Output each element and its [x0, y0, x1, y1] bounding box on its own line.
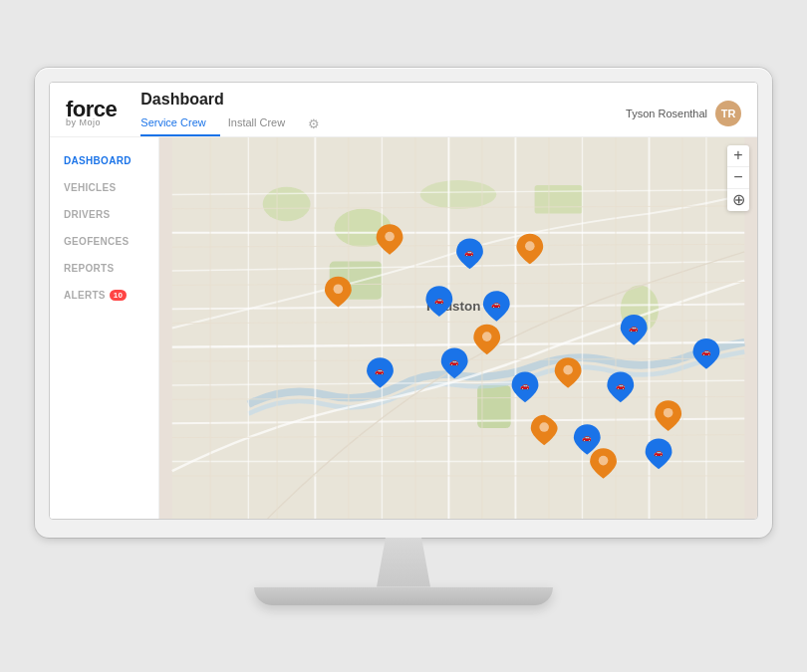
svg-text:🚗: 🚗 [491, 299, 501, 309]
sidebar-item-reports[interactable]: REPORTS [50, 255, 158, 282]
svg-rect-4 [535, 184, 583, 213]
monitor-neck [374, 538, 433, 587]
map-container: Houston [159, 137, 757, 519]
svg-point-44 [482, 332, 492, 341]
sidebar-item-alerts[interactable]: ALERTS 10 [50, 282, 158, 309]
svg-text:🚗: 🚗 [582, 432, 592, 442]
app-header: force by Mojo Dashboard Service Crew Ins… [50, 83, 757, 137]
settings-icon[interactable]: ⚙ [307, 117, 321, 131]
monitor: force by Mojo Dashboard Service Crew Ins… [35, 68, 772, 538]
map-svg: Houston [159, 137, 757, 519]
tabs: Service Crew Install Crew ⚙ [140, 112, 626, 136]
svg-text:🚗: 🚗 [434, 294, 444, 304]
svg-point-3 [420, 180, 497, 209]
user-name: Tyson Rosenthal [626, 108, 707, 119]
svg-point-42 [525, 241, 535, 251]
tab-service-crew[interactable]: Service Crew [140, 112, 219, 136]
sidebar-item-geofences[interactable]: GEOFENCES [50, 228, 158, 255]
svg-text:🚗: 🚗 [520, 379, 530, 389]
monitor-base [254, 587, 553, 605]
zoom-out-button[interactable]: − [727, 167, 749, 189]
map-controls: + − ⊕ [727, 145, 749, 211]
page-title: Dashboard [140, 91, 626, 109]
svg-point-45 [563, 364, 573, 374]
zoom-in-button[interactable]: + [727, 145, 749, 167]
scene: force by Mojo Dashboard Service Crew Ins… [35, 68, 772, 605]
svg-point-43 [334, 284, 344, 294]
app-container: force by Mojo Dashboard Service Crew Ins… [50, 83, 757, 519]
app-main: DASHBOARD VEHICLES DRIVERS GEOFENCES REP [50, 137, 757, 519]
sidebar: DASHBOARD VEHICLES DRIVERS GEOFENCES REP [50, 137, 159, 519]
svg-point-48 [599, 455, 609, 465]
logo-bymojo: by Mojo [66, 118, 117, 127]
header-center: Dashboard Service Crew Install Crew ⚙ [140, 91, 626, 136]
svg-point-5 [263, 186, 311, 220]
layers-button[interactable]: ⊕ [727, 189, 749, 211]
svg-text:🚗: 🚗 [654, 446, 664, 456]
logo-area: force by Mojo [66, 99, 117, 127]
svg-text:🚗: 🚗 [616, 379, 626, 389]
svg-text:🚗: 🚗 [701, 346, 711, 356]
svg-text:🚗: 🚗 [629, 323, 639, 333]
sidebar-item-dashboard[interactable]: DASHBOARD [50, 147, 158, 174]
sidebar-item-drivers[interactable]: DRIVERS [50, 201, 158, 228]
svg-text:🚗: 🚗 [375, 365, 385, 375]
header-right: Tyson Rosenthal TR [626, 101, 741, 126]
svg-point-41 [385, 231, 395, 241]
svg-text:🚗: 🚗 [449, 355, 459, 365]
alert-badge: 10 [110, 290, 128, 301]
svg-point-47 [664, 407, 673, 417]
avatar: TR [715, 101, 741, 126]
monitor-screen: force by Mojo Dashboard Service Crew Ins… [49, 82, 758, 520]
svg-point-46 [539, 422, 549, 432]
svg-text:🚗: 🚗 [464, 246, 474, 256]
sidebar-item-vehicles[interactable]: VEHICLES [50, 174, 158, 201]
tab-install-crew[interactable]: Install Crew [228, 112, 299, 136]
